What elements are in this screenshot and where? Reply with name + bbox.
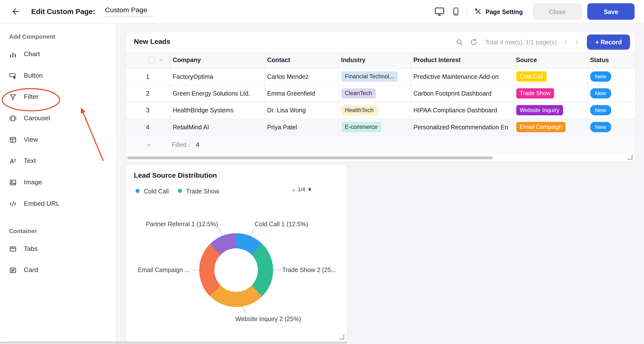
sidebar-item-button[interactable]: Button xyxy=(9,65,116,86)
edit-custom-page-screen: Edit Custom Page: Custom Page Page Setti… xyxy=(0,0,644,344)
filter-icon xyxy=(9,93,17,101)
sidebar-item-label: Filter xyxy=(24,93,38,100)
callout-trade-show: Trade Show 2 (25... xyxy=(282,266,336,273)
text-icon xyxy=(9,157,17,165)
status-badge: New xyxy=(590,71,611,82)
chart-title: Lead Source Distribution xyxy=(134,172,338,180)
sidebar-item-label: Image xyxy=(24,179,42,186)
table-row[interactable]: 4 RetailMind AI Priya Patel E-commerce P… xyxy=(126,118,635,135)
table-block-header: New Leads Total 4 row(s), 1/1 page(s) xyxy=(126,32,635,52)
aggregate-equals-icon: = xyxy=(147,141,151,148)
callout-cold-call: Cold Call 1 (12.5%) xyxy=(255,221,308,227)
cell-contact: Dr. Lisa Wong xyxy=(264,102,338,118)
callout-partner-referral: Partner Referral 1 (12.5%) xyxy=(136,221,218,227)
view-icon xyxy=(9,136,17,144)
industry-tag: CleanTech xyxy=(341,88,376,99)
row-number: 3 xyxy=(126,102,170,118)
legend-label: Trade Show xyxy=(186,187,219,194)
table-row[interactable]: 1 FactoryOptima Carlos Mendez Financial … xyxy=(126,68,635,85)
lead-source-chart-block: Lead Source Distribution Cold Call Trade… xyxy=(126,165,347,342)
cell-company: Green Energy Solutions Ltd. xyxy=(170,85,264,102)
page-name-input[interactable]: Custom Page xyxy=(104,6,153,17)
select-all-checkbox[interactable] xyxy=(149,56,155,63)
save-button[interactable]: Save xyxy=(587,3,635,20)
sidebar-item-label: Chart xyxy=(24,50,40,58)
legend-pager-up-icon[interactable]: ▲ xyxy=(291,187,296,192)
source-tag: Website Inquiry xyxy=(516,105,563,115)
page-setting-label: Page Setting xyxy=(486,8,523,15)
status-badge: New xyxy=(590,105,611,115)
card-icon xyxy=(9,266,17,274)
sidebar-item-chart[interactable]: Chart xyxy=(9,44,116,65)
table-row[interactable]: 3 HealthBridge Systems Dr. Lisa Wong Hea… xyxy=(126,102,635,118)
row-number: 4 xyxy=(126,118,170,135)
tabs-icon xyxy=(9,245,17,253)
sidebar-item-embed-url[interactable]: Embed URL xyxy=(9,193,116,214)
prev-page-icon[interactable] xyxy=(562,38,569,45)
sidebar-item-label: Carousel xyxy=(24,115,50,122)
source-tag: Email Campaign xyxy=(516,122,566,132)
industry-tag: HealthTech xyxy=(341,105,377,115)
horizontal-scrollbar-thumb[interactable] xyxy=(127,156,493,159)
sidebar-item-text[interactable]: Text xyxy=(9,150,116,172)
legend-label: Cold Call xyxy=(144,187,169,194)
cell-product-interest: HIPAA Compliance Dashboard xyxy=(411,102,513,118)
sidebar-item-card[interactable]: Card xyxy=(9,260,116,281)
legend-item-trade-show[interactable]: Trade Show xyxy=(178,187,219,194)
legend-pager-down-icon[interactable]: ▼ xyxy=(307,187,312,192)
chevron-down-icon[interactable] xyxy=(158,57,164,63)
column-header-industry: Industry xyxy=(338,52,411,68)
page-title: Edit Custom Page: xyxy=(31,7,95,16)
legend-pager-label: 1/4 xyxy=(298,186,305,192)
column-header-product-interest: Product Interest xyxy=(411,52,513,68)
legend-item-cold-call[interactable]: Cold Call xyxy=(136,187,169,194)
filled-label: Filled： xyxy=(172,141,192,149)
column-header-status: Status xyxy=(587,52,635,68)
source-tag: Cold Call xyxy=(516,71,547,82)
cell-company: HealthBridge Systems xyxy=(170,102,264,118)
back-arrow-icon[interactable] xyxy=(12,7,21,16)
button-icon xyxy=(9,72,17,80)
cell-contact: Carlos Mendez xyxy=(264,68,338,85)
sidebar-item-filter[interactable]: Filter xyxy=(9,86,116,108)
sidebar-item-view[interactable]: View xyxy=(9,129,116,150)
resize-handle[interactable] xyxy=(628,155,632,160)
sidebar-item-tabs[interactable]: Tabs xyxy=(9,238,116,260)
page-setting-button[interactable]: Page Setting xyxy=(474,7,523,15)
industry-tag: E-commerce xyxy=(341,122,381,132)
callout-email-campaign: Email Campaign ... xyxy=(136,266,190,273)
cell-contact: Priya Patel xyxy=(264,118,338,135)
top-bar: Edit Custom Page: Custom Page Page Setti… xyxy=(0,0,644,23)
source-tag: Trade Show xyxy=(516,88,554,99)
section-label-container: Container xyxy=(9,226,116,236)
refresh-icon[interactable] xyxy=(470,38,478,46)
add-record-button[interactable]: + Record xyxy=(587,34,630,49)
sidebar-item-label: Embed URL xyxy=(24,200,60,207)
chart-icon xyxy=(9,50,17,58)
sidebar-item-image[interactable]: Image xyxy=(9,172,116,193)
row-count-summary: Total 4 row(s), 1/1 page(s) xyxy=(485,38,557,45)
status-badge: New xyxy=(590,122,611,132)
tools-icon xyxy=(474,7,482,15)
search-icon[interactable] xyxy=(456,38,464,46)
column-header-source: Source xyxy=(513,52,587,68)
page-horizontal-scrollbar[interactable] xyxy=(0,342,347,344)
desktop-preview-icon[interactable] xyxy=(434,6,445,17)
sidebar-item-carousel[interactable]: Carousel xyxy=(9,107,116,129)
sidebar-item-label: Card xyxy=(24,266,38,274)
canvas-area: New Leads Total 4 row(s), 1/1 page(s) xyxy=(116,23,644,344)
cell-product-interest: Carbon Footprint Dashboard xyxy=(411,85,513,102)
resize-handle[interactable] xyxy=(339,335,344,340)
close-button[interactable]: Close xyxy=(533,3,582,20)
callout-website-inquiry: Website Inquiry 2 (25%) xyxy=(236,315,301,322)
divider xyxy=(467,7,468,16)
industry-tag: Financial Technol... xyxy=(341,71,398,82)
column-header-company: Company xyxy=(170,52,264,68)
sidebar-item-label: Button xyxy=(24,72,43,79)
row-number: 1 xyxy=(126,68,170,85)
table-row[interactable]: 2 Green Energy Solutions Ltd. Emma Green… xyxy=(126,85,635,102)
next-page-icon[interactable] xyxy=(574,38,580,45)
table-header-row: Company Contact Industry Product Interes… xyxy=(126,52,635,68)
mobile-preview-icon[interactable] xyxy=(452,7,460,16)
column-header-contact: Contact xyxy=(264,52,338,68)
